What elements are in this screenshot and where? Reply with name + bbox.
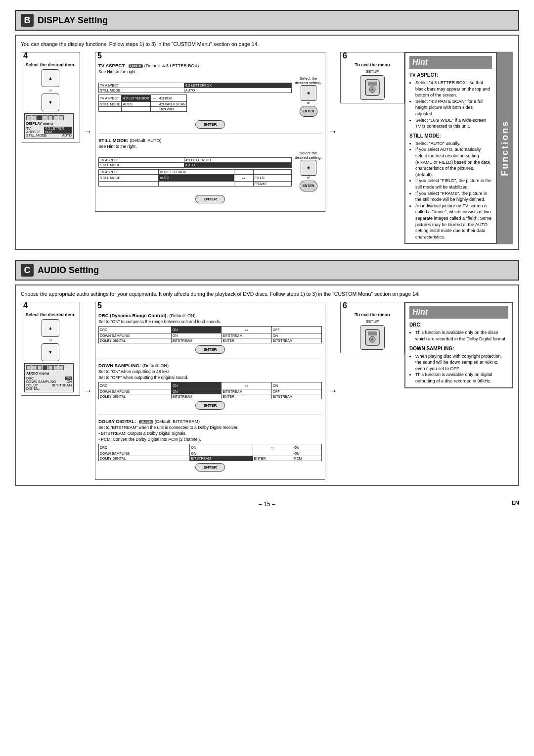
dd-pcm: PCM <box>293 456 321 461</box>
ta-still-val: AUTO <box>122 101 150 106</box>
sm-e3 <box>99 181 159 186</box>
still-mode-current-table: TV ASPECT 4:3 LETTERBOX STILL MODE AUTO <box>98 157 292 168</box>
audio-section-box: Choose the appropriate audio settings fo… <box>15 284 519 486</box>
ta-empty4 <box>122 106 150 111</box>
drc-off: OFF <box>271 327 321 333</box>
functions-sidebar: Functions <box>497 52 513 244</box>
audio-setup-remote <box>360 325 385 350</box>
hint-down-sampling-list: When playing disc with copyright protect… <box>409 353 508 384</box>
audio-menu-icon-1 <box>26 365 31 370</box>
sm-opt-row3: FRAME <box>99 181 292 186</box>
ds-enter-lbl: ENTER <box>222 394 271 399</box>
tv-aspect-note: See Hint to the right. <box>98 69 322 74</box>
ds-drc-on: ON <box>171 382 221 389</box>
sm-tvaspect-o: TV ASPECT <box>99 169 159 174</box>
down-sampling-enter-btn[interactable]: ENTER <box>195 401 225 410</box>
audio-menu-icon-2 <box>32 365 37 370</box>
audio-section: C AUDIO Setting Choose the appropriate a… <box>15 260 519 486</box>
still-mode-options-table: TV ASPECT 4:3 LETTERBOX STILL MODE <box>98 169 292 187</box>
ta-arrow-cell: ↔ <box>150 94 158 101</box>
audio-menu-label: AUDIO menu <box>26 371 72 376</box>
audio-menu-row3: DOLBY DIGITALBITSTREAM <box>26 383 72 390</box>
down-sampling-default: (Default: ON) <box>142 363 169 368</box>
svg-point-3 <box>371 89 373 91</box>
hint-ds-item-1: When playing disc with copyright protect… <box>415 353 508 372</box>
ds-bitstream-lbl: BITSTREAM <box>222 389 271 394</box>
display-intro: You can change the display functions. Fo… <box>21 41 513 48</box>
audio-step4-remotes: ▲ or ▼ <box>24 319 77 361</box>
ds-on: ON <box>171 389 221 394</box>
menu-icon-5 <box>48 115 53 120</box>
drc-enter-btn[interactable]: ENTER <box>195 345 225 354</box>
display-step6-label: To exit the menu <box>344 62 401 67</box>
still-mode-label: STILL MODE: <box>98 138 129 143</box>
audio-step4-content: Select the desired item. ▲ or ▼ <box>24 312 77 392</box>
sm-auto-val: AUTO <box>184 162 291 167</box>
sm-stillmode-o: STILL MODE <box>99 174 159 181</box>
audio-menu-icon-3 <box>37 365 42 370</box>
drc-label: DRC (Dynamic Range Control): <box>98 313 168 318</box>
ta-col-letterbox: 4:3 LETTERBOX <box>184 83 291 88</box>
tv-aspect-arrows-row: TV ASPECT 4:3 LETTERBOX ↔ 4:3 BOX STILL … <box>98 94 292 112</box>
ds-arrow: ↔ <box>222 382 271 389</box>
down-sampling-sub: DOWN SAMPLING: (Default: ON) Set to "ON"… <box>98 362 322 415</box>
still-mode-select-desired: Select the desired setting. <box>295 151 322 160</box>
display-step6-num: 6 <box>343 51 347 60</box>
dolby-digital-note2: • BITSTREAM: Outputs a Dolby Digital Sig… <box>98 431 322 436</box>
drc-lbl: DRC <box>99 327 172 333</box>
drc-ds-on: ON <box>171 333 221 338</box>
display-section-header: B DISPLAY Setting <box>15 10 519 31</box>
drc-table-wrap: DRC ON ↔ OFF DOWN SAMPLING ON <box>98 326 322 343</box>
hint-drc-list: This function is available only on the d… <box>409 330 508 342</box>
still-mode-enter-below[interactable]: ENTER <box>195 195 225 203</box>
dolby-digital-enter-btn[interactable]: ENTER <box>195 463 225 472</box>
sm-stillmode-lbl: STILL MODE <box>99 162 184 167</box>
svg-point-7 <box>371 338 373 340</box>
ta-still-empty <box>150 101 158 106</box>
audio-step5-content: DRC (Dynamic Range Control): (Default: O… <box>98 312 322 476</box>
dd-ds-empty <box>253 451 293 456</box>
ta-wide: 16:9 WIDE <box>158 106 187 111</box>
dolby-digital-sub: DOLBY DIGITAL: QUICK (Default: BITSTREAM… <box>98 418 322 476</box>
arrow-4-to-5: → <box>83 127 92 137</box>
audio-menu-row2: DOWN SAMPLINGON <box>26 380 72 383</box>
dd-row1: DRC ON ↔ ON <box>99 444 322 451</box>
sm-opt-row2: STILL MODE AUTO ↔ FIELD <box>99 174 292 181</box>
dd-arrow: ↔ <box>253 444 293 451</box>
dd-ds-on: ON <box>190 451 253 456</box>
display-title: DISPLAY Setting <box>38 15 108 26</box>
hint-tv-aspect-label: TV ASPECT: <box>409 72 492 79</box>
display-section: B DISPLAY Setting You can change the dis… <box>15 10 519 250</box>
tv-aspect-table: TV ASPECT 4:3 LETTERBOX STILL MODE AUTO <box>98 83 292 93</box>
audio-down-arrow-remote: ▼ <box>42 343 59 361</box>
ta-empty5 <box>150 106 158 111</box>
down-sampling-header: DOWN SAMPLING: (Default: ON) <box>98 362 322 368</box>
drc-sub: DRC (Dynamic Range Control): (Default: O… <box>98 312 322 359</box>
sm-letterbox-val: 4:3 LETTERBOX <box>184 157 291 162</box>
tv-aspect-default: (Default: 4:3 LETTER BOX) <box>144 63 199 68</box>
display-step5-box: 5 TV ASPECT: QUICK (Default: 4:3 LETTER … <box>95 52 325 212</box>
ta-opt1: 4:3 LETTERBOX <box>122 94 150 101</box>
still-mode-enter-btn[interactable]: ENTER <box>300 181 317 191</box>
display-right-panel: Hint TV ASPECT: Select "4:3 LETTER BOX",… <box>404 52 513 244</box>
drc-arrow: ↔ <box>222 327 271 333</box>
hint-down-sampling-label: DOWN SAMPLING: <box>409 345 508 352</box>
menu-icon-4 <box>43 115 47 120</box>
menu-icons-row <box>26 115 72 120</box>
down-sampling-table-wrap: DRC ON ↔ ON DOWN SAMPLING ON <box>98 382 322 399</box>
audio-menu-icons-row <box>26 365 72 370</box>
hint-tv-item-3: Select "16:9 WIDE" if a wide-screen TV i… <box>415 117 492 130</box>
ta-options-row: TV ASPECT 4:3 LETTERBOX ↔ 4:3 BOX <box>99 94 187 101</box>
tv-aspect-enter-below[interactable]: ENTER <box>195 120 225 129</box>
drc-table: DRC ON ↔ OFF DOWN SAMPLING ON <box>98 326 322 343</box>
display-menu-row2: STILL MODEAUTO <box>26 134 72 137</box>
dd-ds-on2: ON <box>293 451 321 456</box>
audio-step5-box: 5 DRC (Dynamic Range Control): (Default:… <box>95 302 325 480</box>
dolby-digital-label: DOLBY DIGITAL: <box>98 419 136 424</box>
hint-still-item-4: If you select "FRAME", the picture in th… <box>415 190 492 203</box>
still-mode-select-text: Select the desired setting. ◉ or ENTER <box>295 151 322 193</box>
sm-e4 <box>159 181 234 186</box>
drc-bs-val2: BITSTREAM <box>271 338 321 343</box>
sm-frame-o: FRAME <box>253 181 291 186</box>
tv-aspect-enter-btn[interactable]: ENTER <box>300 106 317 117</box>
